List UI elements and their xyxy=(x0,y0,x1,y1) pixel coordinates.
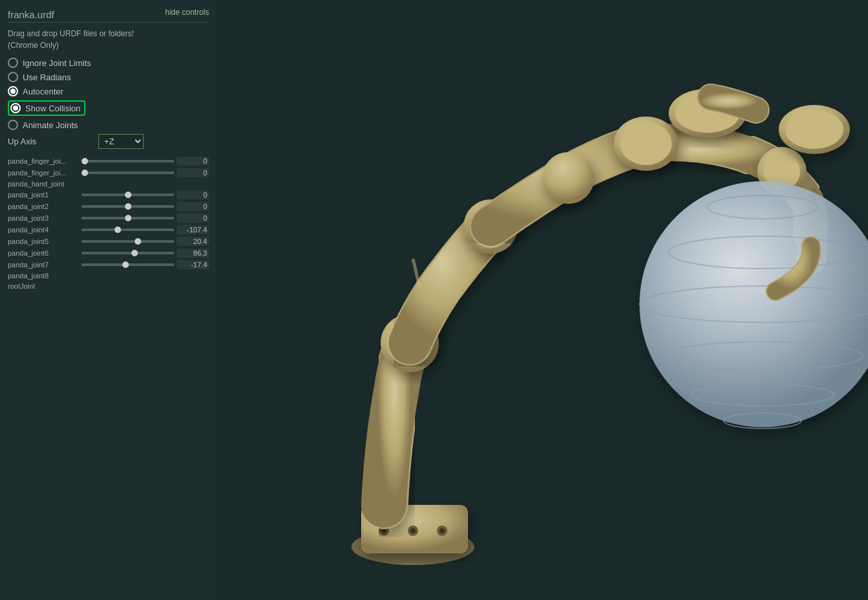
ignore-joint-limits-row[interactable]: Ignore Joint Limits xyxy=(8,58,209,68)
svg-point-13 xyxy=(542,152,594,204)
joint-slider-0[interactable] xyxy=(82,160,174,162)
joint-name-7: panda_joint5 xyxy=(8,238,79,245)
joint-row-0: panda_finger_joi... xyxy=(8,157,209,166)
joint-row-5: panda_joint3 xyxy=(8,214,209,223)
joint-name-3: panda_joint1 xyxy=(8,191,79,199)
joint-name-1: panda_finger_joi... xyxy=(8,169,79,177)
joint-name-0: panda_finger_joi... xyxy=(8,157,79,165)
joint-name-4: panda_joint2 xyxy=(8,203,79,210)
joint-row-4: panda_joint2 xyxy=(8,202,209,211)
svg-point-8 xyxy=(440,528,445,533)
joint-row-1: panda_finger_joi... xyxy=(8,168,209,177)
use-radians-row[interactable]: Use Radians xyxy=(8,72,209,82)
joint-row-7: panda_joint5 xyxy=(8,237,209,246)
up-axis-row: Up Axis +Z +Y -Y -Z xyxy=(8,134,209,149)
joint-name-2: panda_hand_joint xyxy=(8,180,209,188)
joint-name-6: panda_joint4 xyxy=(8,226,79,234)
joint-slider-4[interactable] xyxy=(82,205,174,208)
joints-container: panda_finger_joi...panda_finger_joi...pa… xyxy=(8,157,209,290)
joint-value-9[interactable] xyxy=(177,260,209,269)
joint-slider-1[interactable] xyxy=(82,172,174,174)
svg-point-15 xyxy=(620,122,672,165)
autocenter-radio xyxy=(8,86,18,96)
hide-controls-button[interactable]: hide controls xyxy=(8,6,209,23)
autocenter-label: Autocenter xyxy=(23,87,63,96)
joint-slider-7[interactable] xyxy=(82,240,174,243)
svg-point-21 xyxy=(785,110,843,149)
drop-hint-line1: Drag and drop URDF files or folders! xyxy=(8,28,209,39)
joint-name-8: panda_joint6 xyxy=(8,249,79,257)
ignore-joint-limits-label: Ignore Joint Limits xyxy=(23,58,91,68)
animate-joints-radio xyxy=(8,120,18,130)
joint-value-5[interactable] xyxy=(177,214,209,223)
joint-value-3[interactable] xyxy=(177,190,209,199)
animate-joints-label: Animate Joints xyxy=(23,120,78,130)
joint-slider-5[interactable] xyxy=(82,217,174,219)
joint-row-8: panda_joint6 xyxy=(8,249,209,258)
use-radians-label: Use Radians xyxy=(23,72,71,82)
drop-hint: Drag and drop URDF files or folders! (Ch… xyxy=(8,28,209,51)
joint-value-1[interactable] xyxy=(177,168,209,177)
joint-slider-8[interactable] xyxy=(82,252,174,254)
joint-value-0[interactable] xyxy=(177,157,209,166)
up-axis-select[interactable]: +Z +Y -Y -Z xyxy=(98,134,144,149)
animate-joints-row[interactable]: Animate Joints xyxy=(8,120,209,130)
joint-value-8[interactable] xyxy=(177,249,209,258)
joint-row-3: panda_joint1 xyxy=(8,190,209,199)
joint-value-4[interactable] xyxy=(177,202,209,211)
up-axis-label: Up Axis xyxy=(8,137,60,146)
controls-panel: hide controls Drag and drop URDF files o… xyxy=(0,0,217,299)
joint-slider-6[interactable] xyxy=(82,228,174,231)
use-radians-radio xyxy=(8,72,18,82)
ignore-joint-limits-radio xyxy=(8,58,18,68)
joint-name-5: panda_joint3 xyxy=(8,214,79,222)
drop-hint-line2: (Chrome Only) xyxy=(8,39,209,51)
joint-value-6[interactable] xyxy=(177,225,209,234)
joint-row-6: panda_joint4 xyxy=(8,225,209,234)
3d-viewport[interactable] xyxy=(217,0,868,600)
joint-slider-3[interactable] xyxy=(82,194,174,196)
autocenter-row[interactable]: Autocenter xyxy=(8,86,209,96)
joint-value-7[interactable] xyxy=(177,237,209,246)
show-collision-label: Show Collision xyxy=(25,104,80,113)
joint-slider-9[interactable] xyxy=(82,263,174,266)
joint-name-11: rootJoint xyxy=(8,282,209,290)
show-collision-radio xyxy=(10,103,21,113)
joint-row-9: panda_joint7 xyxy=(8,260,209,269)
joint-name-10: panda_joint8 xyxy=(8,272,209,280)
joint-name-9: panda_joint7 xyxy=(8,261,79,269)
svg-point-7 xyxy=(410,528,416,533)
show-collision-row[interactable]: Show Collision xyxy=(8,100,85,116)
